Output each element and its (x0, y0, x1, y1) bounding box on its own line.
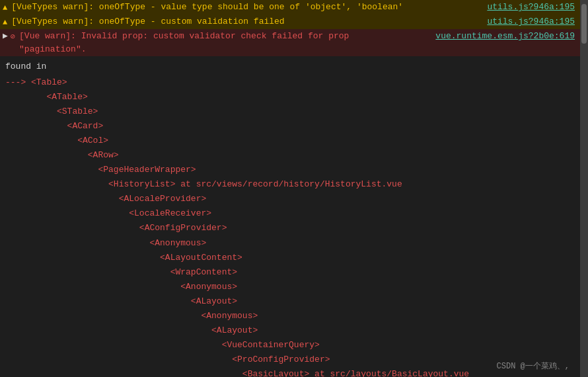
warn-icon-1: ▲ (3, 2, 7, 14)
tree-line-16: <Anonymous> (5, 309, 575, 323)
tree-line-15: <ALayout> (5, 294, 575, 309)
tree-line-11: <Anonymous> (5, 236, 575, 251)
watermark: CSDN @一个菜鸡、, (497, 360, 570, 372)
scrollbar[interactable] (580, 0, 588, 377)
warn-icon-2: ▲ (3, 17, 7, 28)
tree-line-0: ---> <Table> (5, 75, 575, 90)
tree-line-13: <WrapContent> (5, 265, 575, 280)
warn-line-2: ▲ [VueTypes warn]: oneOfType - custom va… (0, 15, 580, 29)
tree-line-18: <VueContainerQuery> (5, 338, 575, 353)
warn-text-1: [VueTypes warn]: oneOfType - value type … (11, 1, 403, 14)
tree-line-4: <ACol> (5, 134, 575, 148)
tree-line-12: <ALayoutContent> (5, 251, 575, 265)
warn-link-1[interactable]: utils.js?946a:195 (487, 2, 575, 12)
error-icon-3: ⊘ (11, 31, 15, 43)
tree-line-5: <ARow> (5, 148, 575, 163)
warn-line-1: ▲ [VueTypes warn]: oneOfType - value typ… (0, 0, 580, 15)
component-tree: ---> <Table> <ATable> <STable> <ACard> <… (0, 75, 580, 378)
tree-line-17: <ALayout> (5, 323, 575, 338)
error-line-3: ▶ ⊘ [Vue warn]: Invalid prop: custom val… (0, 29, 580, 56)
expand-arrow-3[interactable]: ▶ (3, 30, 8, 43)
warn-text-2: [VueTypes warn]: oneOfType - custom vali… (11, 15, 284, 28)
tree-line-2: <STable> (5, 105, 575, 119)
scrollbar-thumb[interactable] (581, 4, 587, 44)
tree-line-3: <ACard> (5, 119, 575, 134)
error-text-3-part2: "pagination". (19, 44, 86, 54)
line-content-2: [VueTypes warn]: oneOfType - custom vali… (11, 15, 575, 28)
found-in-label: found in (0, 56, 580, 75)
tree-line-1: <ATable> (5, 90, 575, 105)
line-content-1: [VueTypes warn]: oneOfType - value type … (11, 1, 575, 14)
line-content-3: [Vue warn]: Invalid prop: custom validat… (19, 30, 575, 56)
tree-line-9: <LocaleReceiver> (5, 206, 575, 221)
warn-link-2[interactable]: utils.js?946a:195 (487, 17, 575, 26)
tree-line-20: <BasicLayout> at src/layouts/BasicLayout… (5, 367, 575, 377)
error-link-3[interactable]: vue.runtime.esm.js?2b0e:619 (435, 31, 575, 41)
tree-line-10: <AConfigProvider> (5, 221, 575, 235)
tree-line-19: <ProConfigProvider> (5, 353, 575, 367)
tree-line-7: <HistoryList> at src/views/record/histor… (5, 177, 575, 192)
tree-line-8: <ALocaleProvider> (5, 192, 575, 206)
error-text-3-part1: [Vue warn]: Invalid prop: custom validat… (19, 30, 349, 43)
console-area: ▲ [VueTypes warn]: oneOfType - value typ… (0, 0, 580, 377)
tree-line-14: <Anonymous> (5, 280, 575, 294)
tree-line-6: <PageHeaderWrapper> (5, 163, 575, 177)
